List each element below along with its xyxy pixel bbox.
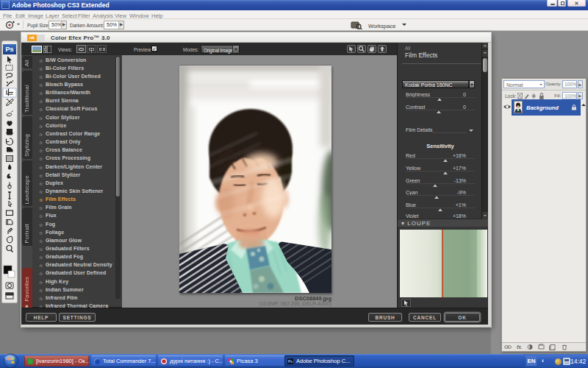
svg-text:fx.: fx. xyxy=(517,344,523,350)
